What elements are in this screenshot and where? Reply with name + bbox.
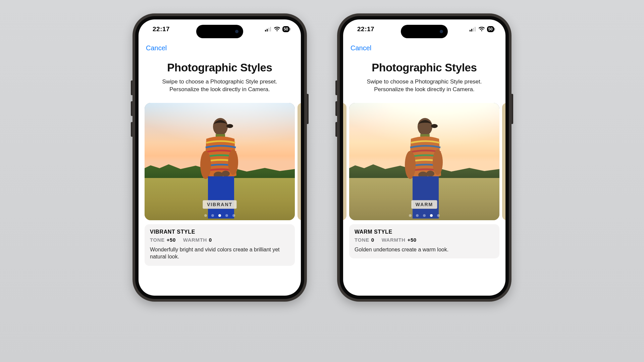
- warmth-value: 0: [209, 237, 212, 243]
- phone-mockup: 22:17 50 Cancel Photographic Styles Swip…: [337, 13, 512, 302]
- svg-rect-12: [470, 30, 471, 32]
- nav-bar: Cancel: [349, 39, 499, 53]
- tone-label: TONE: [150, 237, 165, 243]
- marketing-compare-stage: 22:17 50 Cancel Photographic Styles Swip…: [54, 0, 590, 302]
- style-description: Wonderfully bright and vivid colors crea…: [150, 246, 289, 260]
- battery-icon: 50: [487, 26, 494, 32]
- style-badge: WARM: [411, 200, 437, 209]
- phone-bezel: 22:17 50 Cancel Photographic Styles Swip…: [340, 16, 509, 299]
- cancel-button[interactable]: Cancel: [351, 44, 371, 52]
- style-name: VIBRANT STYLE: [150, 229, 289, 235]
- carousel-dot[interactable]: [232, 214, 235, 217]
- cellular-icon: [265, 27, 272, 32]
- tone-value: +50: [167, 237, 176, 243]
- carousel-peek-next[interactable]: [298, 103, 301, 220]
- style-preview-card[interactable]: WARM: [349, 103, 499, 220]
- carousel-dot[interactable]: [423, 214, 426, 217]
- style-carousel[interactable]: VIBRANT: [145, 103, 295, 220]
- carousel-dot[interactable]: [430, 214, 433, 217]
- carousel-dot[interactable]: [211, 214, 214, 217]
- carousel-peek-prev[interactable]: [343, 103, 346, 220]
- carousel-dot[interactable]: [416, 214, 419, 217]
- dynamic-island: [196, 25, 243, 38]
- carousel-dots: [409, 214, 440, 217]
- style-name: WARM STYLE: [355, 229, 494, 235]
- battery-icon: 50: [282, 26, 289, 32]
- carousel-dot[interactable]: [225, 214, 228, 217]
- style-meta-row: TONE+50 WARMTH0: [150, 237, 289, 243]
- wifi-icon: [478, 27, 485, 32]
- status-right-cluster: 50: [470, 26, 494, 32]
- page-title: Photographic Styles: [145, 61, 295, 74]
- svg-rect-2: [268, 28, 269, 32]
- warmth-meta: WARMTH0: [183, 237, 212, 243]
- page-subtitle: Swipe to choose a Photographic Style pre…: [349, 78, 499, 94]
- carousel-dot[interactable]: [437, 214, 440, 217]
- svg-rect-14: [473, 28, 474, 32]
- dynamic-island: [401, 25, 448, 38]
- svg-rect-3: [270, 27, 271, 32]
- phone-screen: 22:17 50 Cancel Photographic Styles Swip…: [139, 19, 301, 296]
- status-time: 22:17: [153, 25, 170, 33]
- phone-screen: 22:17 50 Cancel Photographic Styles Swip…: [343, 19, 505, 296]
- tone-label: TONE: [355, 237, 369, 243]
- battery-percent: 50: [488, 27, 493, 32]
- svg-rect-1: [267, 29, 268, 32]
- svg-rect-13: [471, 29, 472, 32]
- page-title: Photographic Styles: [349, 61, 499, 74]
- carousel-peek-next[interactable]: [502, 103, 505, 220]
- carousel-dot[interactable]: [204, 214, 207, 217]
- nav-bar: Cancel: [145, 39, 295, 53]
- cellular-icon: [470, 27, 476, 32]
- style-meta-row: TONE0 WARMTH+50: [355, 237, 494, 243]
- warmth-label: WARMTH: [183, 237, 207, 243]
- phone-mockup: 22:17 50 Cancel Photographic Styles Swip…: [132, 13, 307, 302]
- carousel-dots: [204, 214, 235, 217]
- svg-rect-0: [265, 30, 266, 32]
- battery-percent: 50: [284, 27, 288, 32]
- tone-value: 0: [371, 237, 374, 243]
- svg-rect-15: [475, 27, 476, 32]
- screen-content: Cancel Photographic Styles Swipe to choo…: [139, 39, 301, 296]
- tone-meta: TONE+50: [150, 237, 176, 243]
- style-carousel[interactable]: WARM: [349, 103, 499, 220]
- cancel-button[interactable]: Cancel: [146, 44, 167, 52]
- warmth-meta: WARMTH+50: [382, 237, 417, 243]
- style-badge: VIBRANT: [203, 200, 237, 209]
- status-time: 22:17: [357, 25, 374, 33]
- warmth-label: WARMTH: [382, 237, 406, 243]
- carousel-dot[interactable]: [409, 214, 412, 217]
- page-subtitle: Swipe to choose a Photographic Style pre…: [145, 78, 295, 94]
- carousel-dot[interactable]: [218, 214, 221, 217]
- style-info-card: VIBRANT STYLE TONE+50 WARMTH0 Wonderfull…: [145, 224, 295, 266]
- tone-meta: TONE0: [355, 237, 374, 243]
- status-right-cluster: 50: [265, 26, 289, 32]
- style-preview-card[interactable]: VIBRANT: [145, 103, 295, 220]
- style-info-card: WARM STYLE TONE0 WARMTH+50 Golden undert…: [349, 224, 499, 259]
- screen-content: Cancel Photographic Styles Swipe to choo…: [343, 39, 505, 296]
- warmth-value: +50: [408, 237, 417, 243]
- style-description: Golden undertones create a warm look.: [355, 246, 494, 253]
- phone-bezel: 22:17 50 Cancel Photographic Styles Swip…: [135, 16, 304, 299]
- wifi-icon: [274, 27, 280, 32]
